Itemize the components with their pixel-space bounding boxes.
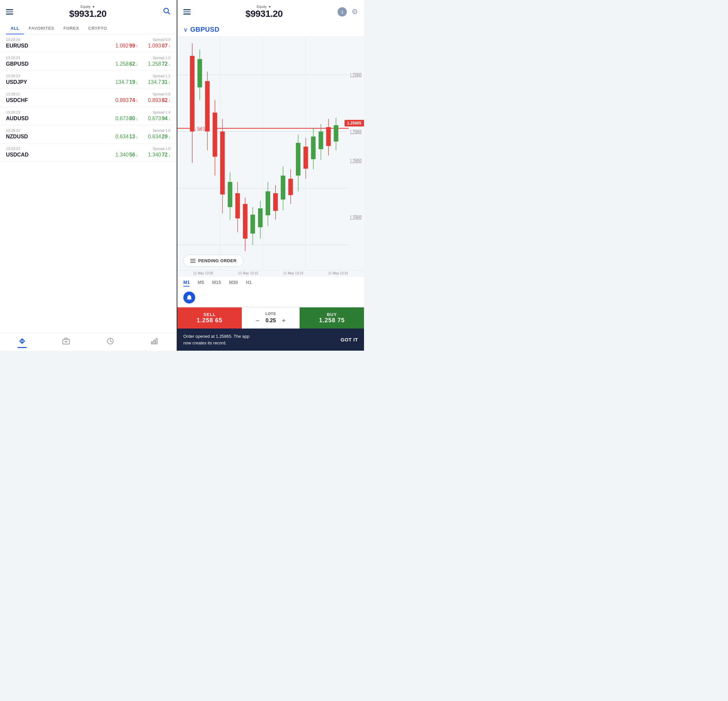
- lots-section: LOTS − 0.25 +: [242, 309, 300, 327]
- left-header-center: Equity ▼ $9931.20: [69, 4, 107, 19]
- svg-rect-55: [318, 131, 323, 149]
- symbol-bar[interactable]: ∨ GBPUSD: [178, 22, 364, 37]
- equity-chevron-icon: ▼: [92, 5, 95, 9]
- bid-price: 0.89374: [115, 97, 138, 103]
- spread-label: Spread 1.4: [153, 110, 170, 114]
- svg-text:1.25850: 1.25850: [350, 157, 362, 164]
- candlestick-chart: ↓ Sell 0.25: [178, 37, 364, 270]
- spread-label: Spread 1.2: [153, 74, 170, 78]
- svg-rect-25: [205, 81, 210, 132]
- spread-label: Spread 1.6: [153, 128, 170, 133]
- bid-price: 0.67380: [115, 115, 138, 121]
- buy-price: 1.258 75: [300, 317, 364, 324]
- ask-price: 1.09307: [148, 43, 170, 49]
- bid-price: 1.25862: [115, 61, 138, 67]
- instrument-name: GBPUSD: [6, 61, 32, 67]
- instrument-time: 13:28:23: [6, 74, 20, 78]
- right-hamburger-icon[interactable]: [183, 9, 191, 14]
- lots-label: LOTS: [266, 312, 276, 316]
- timeframe-bar: M1 M5 M15 M30 H1: [178, 276, 364, 288]
- right-panel: Equity ▼ $9931.20 i ⚙ ∨ GBPUSD: [178, 0, 364, 350]
- list-item[interactable]: 13:28:21 Spread 0.8 USDCHF 0.89374 0.893…: [0, 89, 176, 107]
- tab-all[interactable]: ALL: [6, 22, 24, 34]
- instrument-time: 13:28:21: [6, 92, 20, 96]
- ask-price: 1.34072: [148, 152, 170, 158]
- spread-label: Spread 1.0: [153, 56, 170, 60]
- svg-rect-7: [151, 342, 153, 344]
- bid-price: 1.09299: [115, 43, 138, 49]
- list-item[interactable]: 13:28:23 Spread 1.2 USDJPY 134.719 134.7…: [0, 71, 176, 89]
- spread-label: Spread 0.8: [153, 92, 170, 96]
- svg-rect-29: [220, 131, 225, 195]
- svg-rect-23: [198, 59, 202, 88]
- instrument-name: USDCHF: [6, 97, 32, 103]
- nav-history[interactable]: [88, 337, 133, 348]
- right-equity-label[interactable]: Equity ▼: [246, 4, 283, 9]
- list-item[interactable]: 13:28:23 Spread 1.0 GBPUSD 1.25862 1.258…: [0, 52, 176, 71]
- got-it-button[interactable]: GOT IT: [341, 337, 358, 342]
- lots-increase-button[interactable]: +: [280, 317, 288, 325]
- pending-order-icon: [190, 259, 195, 263]
- tab-crypto[interactable]: CRYPTO: [84, 22, 111, 34]
- lots-value: 0.25: [266, 318, 276, 324]
- instrument-time: 13:28:23: [6, 147, 20, 151]
- sell-button[interactable]: SELL 1.258 65: [178, 307, 242, 329]
- svg-rect-49: [296, 143, 300, 176]
- instrument-name: USDJPY: [6, 79, 32, 85]
- hamburger-icon[interactable]: [6, 9, 13, 14]
- list-item[interactable]: 13:28:23 Spread 1.6 NZDUSD 0.63413 0.634…: [0, 125, 176, 143]
- buy-label: BUY: [300, 312, 364, 317]
- svg-text:1.25900: 1.25900: [350, 72, 362, 79]
- spread-label: Spread 1.6: [153, 147, 170, 151]
- instrument-list: 13:28:24 Spread 0.8 EURUSD 1.09299 1.093…: [0, 34, 176, 333]
- tf-m1[interactable]: M1: [183, 279, 189, 286]
- svg-rect-43: [273, 193, 278, 211]
- info-icon[interactable]: i: [338, 7, 347, 16]
- buy-button[interactable]: BUY 1.258 75: [300, 307, 364, 329]
- list-item[interactable]: 13:28:24 Spread 0.8 EURUSD 1.09299 1.093…: [0, 34, 176, 52]
- tf-h1[interactable]: H1: [246, 279, 252, 286]
- nav-portfolio[interactable]: [44, 337, 88, 348]
- tf-m30[interactable]: M30: [229, 279, 238, 286]
- svg-text:1.25800: 1.25800: [350, 214, 362, 221]
- gear-icon[interactable]: ⚙: [351, 7, 358, 16]
- svg-rect-57: [326, 127, 331, 146]
- symbol-chevron-icon: ∨: [183, 26, 188, 33]
- equity-label[interactable]: Equity ▼: [69, 4, 107, 9]
- tab-favorites[interactable]: FAVORITES: [24, 22, 59, 34]
- left-panel: Equity ▼ $9931.20 ALL FAVORITES FOREX CR…: [0, 0, 177, 350]
- list-item[interactable]: 13:28:23 Spread 1.6 USDCAD 1.34056 1.340…: [0, 143, 176, 162]
- alert-bell-icon[interactable]: [183, 291, 195, 303]
- right-equity-amount: $9931.20: [246, 9, 283, 19]
- instrument-name: AUDUSD: [6, 115, 32, 121]
- bottom-nav: [0, 333, 176, 350]
- svg-rect-27: [213, 113, 217, 157]
- bid-price: 0.63413: [115, 134, 138, 140]
- svg-rect-37: [250, 215, 255, 234]
- toast-message: Order opened at 1.25865. The appnow crea…: [183, 333, 334, 346]
- instrument-time: 13:28:23: [6, 128, 20, 133]
- nav-analytics[interactable]: [133, 337, 177, 348]
- pending-order-button[interactable]: PENDING ORDER: [183, 255, 243, 267]
- list-item[interactable]: 13:28:23 Spread 1.4 AUDUSD 0.67380 0.673…: [0, 107, 176, 125]
- svg-rect-9: [156, 339, 157, 344]
- spread-label: Spread 0.8: [153, 38, 170, 42]
- tf-m15[interactable]: M15: [212, 279, 221, 286]
- svg-rect-51: [303, 147, 308, 169]
- bid-price: 134.719: [115, 79, 138, 85]
- svg-rect-33: [235, 193, 240, 218]
- tf-m5[interactable]: M5: [198, 279, 204, 286]
- symbol-name: GBPUSD: [190, 26, 220, 33]
- instrument-time: 13:28:24: [6, 38, 20, 42]
- tab-forex[interactable]: FOREX: [59, 22, 84, 34]
- svg-rect-31: [228, 182, 232, 207]
- nav-market[interactable]: [0, 337, 44, 348]
- lots-decrease-button[interactable]: −: [254, 317, 261, 325]
- svg-rect-45: [281, 176, 285, 200]
- search-icon[interactable]: [163, 7, 170, 17]
- sell-price: 1.258 65: [178, 317, 242, 324]
- left-header: Equity ▼ $9931.20: [0, 0, 176, 22]
- ask-price: 134.731: [148, 79, 170, 85]
- instrument-name: USDCAD: [6, 152, 32, 158]
- sell-label: SELL: [178, 312, 242, 317]
